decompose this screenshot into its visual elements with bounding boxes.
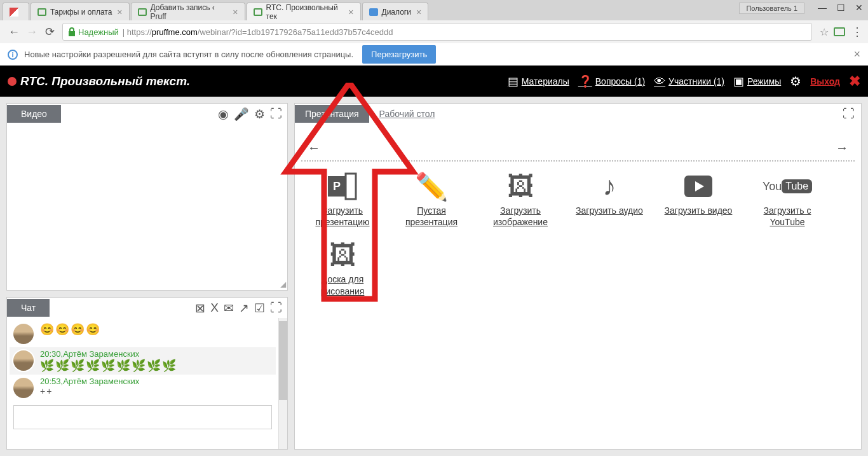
back-button[interactable]: ← (6, 24, 22, 39)
presentation-header: Презентация Рабочий стол ⛶ (295, 104, 861, 124)
materials-icon: ▤ (508, 74, 519, 88)
camera-icon[interactable]: ◉ (218, 107, 229, 121)
message-meta: 20:53,Артём Зараменских (40, 377, 273, 386)
item-label: Пустая презентация (393, 205, 470, 228)
menu-icon[interactable]: ⋮ (851, 25, 863, 39)
close-icon[interactable]: × (233, 7, 238, 17)
desktop-tab[interactable]: Рабочий стол (369, 105, 445, 123)
item-label: Загрузить аудио (576, 205, 643, 216)
left-column: Видео ◉ 🎤 ⚙ ⛶ ◢ Чат ⊠ X ✉ ↗ (0, 97, 294, 456)
avatar (12, 349, 35, 372)
audio-icon: ♪ (603, 170, 616, 202)
close-icon[interactable]: × (117, 7, 122, 17)
chat-tools: ⊠ X ✉ ↗ ☑ ⛶ (195, 301, 287, 315)
presentation-items: P Загрузить презентацию ✏️ Пустая презен… (295, 162, 861, 306)
exit-link[interactable]: Выход (810, 76, 840, 86)
svg-rect-2 (346, 174, 356, 199)
secure-indicator: Надежный (68, 27, 119, 37)
message-content: ++ (40, 386, 273, 396)
item-label: Доска для рисования (304, 273, 381, 296)
mail-icon[interactable]: ✉ (224, 301, 234, 315)
check-icon[interactable]: ☑ (254, 301, 265, 315)
video-body: ◢ (7, 124, 287, 290)
presentation-panel: Презентация Рабочий стол ⛶ ← → P Загрузи… (294, 103, 862, 450)
close-icon[interactable]: ✖ (849, 73, 860, 90)
upload-audio-item[interactable]: ♪ Загрузить аудио (568, 168, 651, 230)
gear-icon[interactable]: ⚙ (254, 107, 265, 121)
forward-button: → (24, 24, 39, 39)
chat-tab[interactable]: Чат (7, 299, 50, 317)
scrollbar[interactable] (278, 318, 287, 449)
upload-presentation-item[interactable]: P Загрузить презентацию (301, 168, 384, 230)
close-icon[interactable]: × (348, 7, 353, 17)
expand-icon[interactable]: ⛶ (270, 301, 282, 315)
infobar-text: Новые настройки разрешений для сайта вст… (24, 50, 353, 59)
blank-presentation-item[interactable]: ✏️ Пустая презентация (390, 168, 473, 230)
maximize-icon[interactable]: ☐ (837, 3, 845, 13)
bookmark-icon[interactable]: ☆ (820, 26, 829, 38)
user-badge[interactable]: Пользователь 1 (739, 3, 804, 14)
close-square-icon[interactable]: ⊠ (195, 301, 205, 315)
address-bar: ← → ⟳ Надежный | https://pruffme.com/web… (0, 20, 868, 43)
image-icon: 🖼 (507, 170, 534, 202)
resize-handle[interactable]: ◢ (280, 280, 286, 289)
record-icon (8, 77, 17, 86)
modes-icon: ▣ (733, 74, 744, 88)
tab-label: Диалоги (382, 8, 411, 17)
message-content: 🌿🌿🌿🌿🌿🌿🌿🌿🌿 (40, 359, 273, 373)
pencil-icon: ✏️ (415, 170, 448, 202)
tab-rtc[interactable]: RTC. Произвольный тек× (247, 3, 361, 20)
chat-messages[interactable]: 😊😊😊😊 20:30,Артём Зараменских 🌿🌿🌿🌿🌿🌿🌿🌿🌿 (7, 318, 278, 449)
board-icon: 🖼 (329, 239, 356, 271)
mic-icon[interactable]: 🎤 (234, 107, 249, 121)
video-tab[interactable]: Видео (7, 105, 61, 123)
tab-tariffs[interactable]: Тарифы и оплата× (31, 3, 130, 20)
tab-bar: Тарифы и оплата× Добавить запись ‹ Pruff… (0, 0, 868, 20)
expand-icon[interactable]: ⛶ (270, 107, 282, 121)
reload-button[interactable]: ⟳ (42, 24, 57, 39)
tab-addpost[interactable]: Добавить запись ‹ Pruff× (131, 3, 245, 20)
video-icon (684, 170, 712, 202)
tab-gmail[interactable] (3, 3, 29, 20)
extension-icon[interactable] (834, 27, 845, 36)
chat-message: 😊😊😊😊 (10, 321, 276, 347)
tab-label: Тарифы и оплата (50, 8, 112, 17)
url-field[interactable]: Надежный | https://pruffme.com/webinar/?… (62, 23, 812, 41)
gear-icon[interactable]: ⚙ (790, 74, 801, 89)
nav-row: ← → (301, 135, 855, 162)
participants-link[interactable]: 👁Участники (1) (654, 75, 724, 88)
tab-label: Добавить запись ‹ Pruff (151, 3, 228, 21)
room-title: RTC. Произвольный текст. (20, 74, 190, 88)
tab-dialogs[interactable]: Диалоги× (362, 3, 429, 20)
youtube-icon: YouTube (763, 170, 812, 202)
app-header: RTC. Произвольный текст. ▤Материалы ❓Воп… (0, 66, 868, 97)
video-panel-header: Видео ◉ 🎤 ⚙ ⛶ (7, 104, 287, 124)
upload-video-item[interactable]: Загрузить видео (657, 168, 740, 230)
avatar (12, 377, 35, 399)
item-label: Загрузить видео (665, 205, 733, 216)
excel-icon[interactable]: X (210, 301, 219, 315)
reload-page-button[interactable]: Перезагрузить (362, 45, 436, 64)
minimize-icon[interactable]: — (818, 3, 827, 13)
materials-link[interactable]: ▤Материалы (508, 74, 569, 88)
prev-arrow-icon[interactable]: ← (308, 141, 320, 155)
chat-panel-header: Чат ⊠ X ✉ ↗ ☑ ⛶ (7, 298, 287, 318)
chat-panel: Чат ⊠ X ✉ ↗ ☑ ⛶ 😊😊😊😊 (6, 297, 288, 450)
avatar (12, 322, 35, 345)
next-arrow-icon[interactable]: → (836, 141, 848, 155)
upload-image-item[interactable]: 🖼 Загрузить изображение (479, 168, 562, 230)
upload-youtube-item[interactable]: YouTube Загрузить с YouTube (746, 168, 829, 230)
chat-input[interactable] (13, 405, 272, 429)
close-icon[interactable]: × (416, 7, 421, 17)
questions-link[interactable]: ❓Вопросы (1) (578, 74, 645, 88)
modes-link[interactable]: ▣Режимы (733, 74, 781, 88)
close-icon[interactable]: ✕ (855, 3, 863, 13)
expand-icon[interactable]: ⛶ (843, 107, 855, 121)
questions-icon: ❓ (578, 74, 592, 88)
presentation-tab[interactable]: Презентация (295, 105, 369, 123)
close-icon[interactable]: × (853, 48, 860, 61)
info-icon: i (8, 50, 18, 60)
drawing-board-item[interactable]: 🖼 Доска для рисования (301, 237, 384, 299)
share-icon[interactable]: ↗ (239, 301, 249, 315)
video-tools: ◉ 🎤 ⚙ ⛶ (218, 107, 287, 121)
